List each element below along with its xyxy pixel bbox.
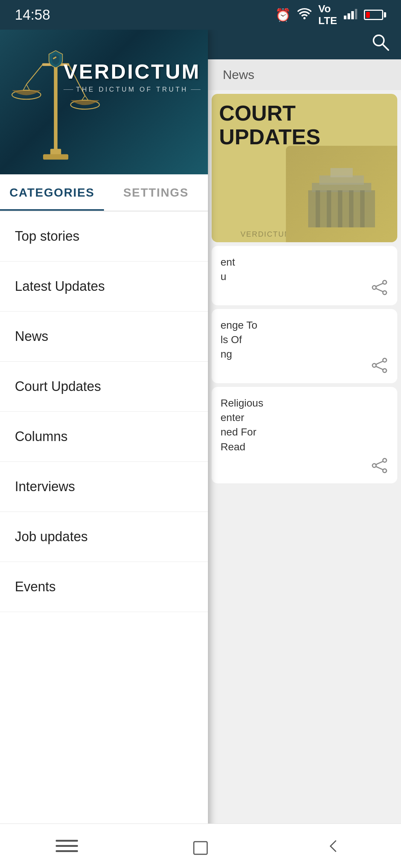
svg-point-32 xyxy=(383,280,387,284)
signal-icon: VoLTE xyxy=(318,3,337,27)
svg-point-38 xyxy=(372,364,376,367)
svg-point-37 xyxy=(383,358,387,362)
share-button-2[interactable] xyxy=(371,357,390,376)
status-icons: ⏰ VoLTE xyxy=(275,3,386,27)
search-button[interactable] xyxy=(371,33,390,56)
svg-line-18 xyxy=(85,96,88,100)
bottom-nav xyxy=(0,823,401,868)
svg-point-42 xyxy=(383,458,387,462)
tagline-line-left xyxy=(63,89,73,90)
main-layout: VERDICTUM THE DICTUM OF TRUTH CATEGORIES… xyxy=(0,30,401,868)
brand-tagline: THE DICTUM OF TRUTH xyxy=(63,86,200,93)
category-item-job-updates[interactable]: Job updates xyxy=(0,512,208,562)
category-item-columns[interactable]: Columns xyxy=(0,412,208,462)
share-button-1[interactable] xyxy=(371,279,390,298)
svg-rect-29 xyxy=(338,190,342,227)
svg-rect-1 xyxy=(348,13,350,19)
svg-line-14 xyxy=(26,85,30,91)
svg-line-45 xyxy=(376,461,383,464)
svg-rect-5 xyxy=(43,154,68,160)
svg-rect-31 xyxy=(360,190,365,227)
tab-categories[interactable]: CATEGORIES xyxy=(0,174,104,211)
status-time: 14:58 xyxy=(15,7,50,23)
svg-line-36 xyxy=(376,289,383,292)
tab-settings[interactable]: SETTINGS xyxy=(104,174,208,211)
nav-back-button[interactable] xyxy=(319,831,349,861)
svg-line-35 xyxy=(376,283,383,286)
content-top-bar xyxy=(208,30,401,59)
svg-rect-28 xyxy=(327,190,331,227)
svg-line-41 xyxy=(376,366,383,369)
svg-rect-26 xyxy=(330,168,353,177)
news-card-1-title: ent u xyxy=(221,255,388,284)
court-updates-card[interactable]: COURT UPDATES VERDICTUM.IN VERDICTUM.IN xyxy=(212,94,397,242)
news-card-2[interactable]: enge To ls Of ng xyxy=(212,309,397,383)
svg-line-13 xyxy=(23,85,26,91)
news-card-2-title: enge To ls Of ng xyxy=(221,318,388,362)
wifi-icon xyxy=(297,8,312,22)
nav-menu-button[interactable] xyxy=(52,831,82,861)
category-item-interviews[interactable]: Interviews xyxy=(0,462,208,512)
svg-rect-27 xyxy=(316,190,320,227)
svg-rect-3 xyxy=(355,9,357,19)
svg-rect-47 xyxy=(56,840,78,842)
drawer-tabs: CATEGORIES SETTINGS xyxy=(0,174,208,211)
cards-area: COURT UPDATES VERDICTUM.IN VERDICTUM.IN xyxy=(208,90,401,868)
tagline-line-right xyxy=(191,89,200,90)
court-card-title: COURT UPDATES xyxy=(219,101,320,149)
category-item-latest-updates[interactable]: Latest Updates xyxy=(0,262,208,312)
news-card-3[interactable]: Religious enter ned For Read xyxy=(212,387,397,483)
category-item-top-stories[interactable]: Top stories xyxy=(0,211,208,262)
signal-bars-icon xyxy=(344,8,357,22)
nav-home-button[interactable] xyxy=(186,831,215,861)
svg-line-22 xyxy=(382,44,388,50)
news-tab-label[interactable]: News xyxy=(208,59,401,90)
news-card-3-title: Religious enter ned For Read xyxy=(221,396,388,454)
share-button-3[interactable] xyxy=(371,457,390,476)
svg-rect-6 xyxy=(54,64,58,152)
svg-rect-50 xyxy=(194,842,207,854)
battery-icon xyxy=(364,10,386,20)
court-building-image xyxy=(286,146,397,242)
drawer-header: VERDICTUM THE DICTUM OF TRUTH xyxy=(0,30,208,174)
brand-name: VERDICTUM xyxy=(63,59,200,83)
svg-rect-48 xyxy=(56,845,78,847)
tagline-text: THE DICTUM OF TRUTH xyxy=(76,86,188,93)
alarm-icon: ⏰ xyxy=(275,7,291,22)
brand-area: VERDICTUM THE DICTUM OF TRUTH xyxy=(63,59,200,93)
main-content: News COURT UPDATES VERDICTUM.IN VERDICTU… xyxy=(208,30,401,868)
category-item-events[interactable]: Events xyxy=(0,562,208,612)
svg-line-40 xyxy=(376,361,383,364)
svg-point-39 xyxy=(383,369,387,372)
svg-line-17 xyxy=(82,96,85,100)
svg-rect-0 xyxy=(344,16,346,19)
svg-rect-30 xyxy=(349,190,353,227)
svg-line-46 xyxy=(376,467,383,470)
svg-point-43 xyxy=(372,464,376,467)
news-card-1[interactable]: ent u xyxy=(212,246,397,305)
drawer-menu: VERDICTUM THE DICTUM OF TRUTH CATEGORIES… xyxy=(0,30,208,868)
svg-point-33 xyxy=(372,286,376,289)
category-list: Top stories Latest Updates News Court Up… xyxy=(0,211,208,868)
scales-illustration xyxy=(7,37,115,171)
svg-rect-49 xyxy=(56,850,78,852)
status-bar: 14:58 ⏰ VoLTE xyxy=(0,0,401,30)
category-item-news[interactable]: News xyxy=(0,312,208,362)
svg-point-34 xyxy=(383,291,387,295)
category-item-court-updates[interactable]: Court Updates xyxy=(0,362,208,412)
svg-line-9 xyxy=(26,65,43,84)
svg-point-44 xyxy=(383,469,387,473)
svg-rect-2 xyxy=(351,11,354,19)
